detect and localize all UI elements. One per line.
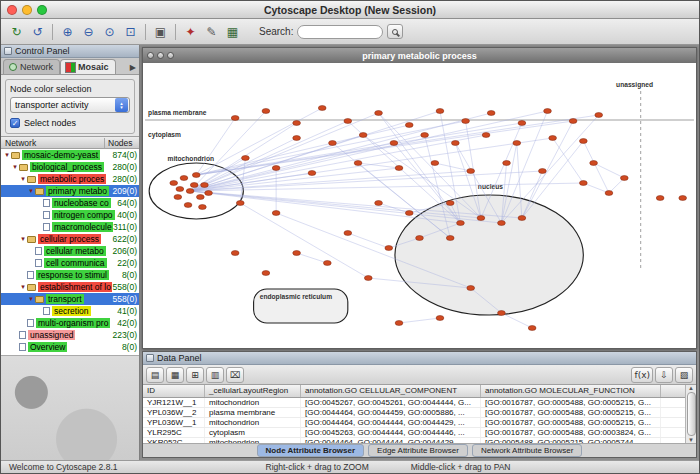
close-panel-button[interactable]: [4, 47, 12, 55]
network-node[interactable]: [272, 211, 280, 216]
vizmapper-icon[interactable]: ✦: [180, 22, 201, 41]
network-node[interactable]: [395, 166, 403, 171]
zoom-in-icon[interactable]: ⊕: [57, 22, 78, 41]
network-node[interactable]: [231, 116, 239, 121]
tree-row[interactable]: cell communica22(0): [1, 257, 139, 269]
network-node[interactable]: [184, 203, 192, 208]
network-node[interactable]: [528, 326, 536, 331]
clear-table-icon[interactable]: ⌧: [226, 367, 244, 383]
network-node[interactable]: [180, 176, 188, 181]
network-node[interactable]: [549, 136, 557, 141]
network-node[interactable]: [431, 161, 439, 166]
table-column-header[interactable]: annotation.GO CELLULAR_COMPONENT: [301, 385, 481, 397]
select-nodes-checkbox[interactable]: ✓: [10, 118, 20, 128]
network-node[interactable]: [199, 205, 207, 210]
refresh-view-icon[interactable]: ↺: [27, 22, 48, 41]
network-node[interactable]: [196, 195, 204, 200]
network-node[interactable]: [375, 201, 383, 206]
table-column-header[interactable]: ID: [143, 385, 205, 397]
network-node[interactable]: [375, 111, 383, 116]
network-node[interactable]: [190, 183, 198, 188]
open-attribute-file-icon[interactable]: ▨: [675, 367, 693, 383]
network-node[interactable]: [318, 106, 326, 111]
table-row[interactable]: YJR121W__1mitochondrion[GO:0045267, GO:0…: [143, 398, 696, 408]
network-node[interactable]: [176, 187, 184, 192]
network-node[interactable]: [446, 201, 454, 206]
tab-network[interactable]: Network: [3, 59, 60, 74]
search-button[interactable]: [387, 24, 403, 39]
new-column-icon[interactable]: ⊞: [186, 367, 204, 383]
close-data-panel-button[interactable]: [146, 354, 154, 362]
tree-row[interactable]: ▾biological_process280(0): [1, 161, 139, 173]
network-node[interactable]: [231, 251, 239, 256]
tab-mosaic[interactable]: Mosaic: [60, 59, 116, 74]
table-scrollbar[interactable]: ▲ ▼: [685, 385, 696, 443]
search-input[interactable]: [297, 25, 383, 39]
network-node[interactable]: [344, 119, 352, 124]
tab-edge-attribute-browser[interactable]: Edge Attribute Browser: [368, 444, 468, 457]
network-node[interactable]: [482, 133, 490, 138]
network-node[interactable]: [457, 221, 465, 226]
network-node[interactable]: [579, 181, 587, 186]
network-node[interactable]: [416, 236, 424, 241]
tree-row[interactable]: Overview8(0): [1, 341, 139, 353]
network-maximize-icon[interactable]: [167, 52, 174, 59]
delete-attribute-icon[interactable]: ▥: [206, 367, 224, 383]
network-node[interactable]: [487, 111, 495, 116]
network-node[interactable]: [242, 156, 250, 161]
network-node[interactable]: [620, 176, 628, 181]
tree-row[interactable]: nitrogen compo40(0): [1, 209, 139, 221]
network-node[interactable]: [405, 211, 413, 216]
network-node[interactable]: [513, 141, 521, 146]
network-node[interactable]: [192, 173, 200, 178]
tree-row[interactable]: response to stimul8(0): [1, 269, 139, 281]
network-node[interactable]: [293, 136, 301, 141]
network-canvas[interactable]: plasma membranecytoplasmmitochondrionnuc…: [143, 63, 696, 348]
network-node[interactable]: [467, 286, 475, 291]
table-column-header[interactable]: _cellularLayoutRegion: [205, 385, 301, 397]
tree-expander-icon[interactable]: ▾: [3, 151, 11, 159]
refresh-network-icon[interactable]: ↻: [6, 22, 27, 41]
tree-row[interactable]: ▾metabolic proces280(0): [1, 173, 139, 185]
import-attributes-icon[interactable]: ⇩: [655, 367, 673, 383]
network-node[interactable]: [656, 196, 664, 201]
tree-row[interactable]: ▾primary metabo209(0): [1, 185, 139, 197]
tree-expander-icon[interactable]: ▾: [27, 187, 35, 195]
network-node[interactable]: [679, 196, 687, 201]
network-node[interactable]: [308, 171, 316, 176]
tree-row[interactable]: ▾cellular process622(0): [1, 233, 139, 245]
table-row[interactable]: YPL036W__2plasma membrane[GO:0044464, GO…: [143, 408, 696, 418]
network-node[interactable]: [544, 109, 552, 114]
network-node[interactable]: [272, 166, 280, 171]
node-color-dropdown[interactable]: transporter activity ▴▾: [10, 97, 130, 113]
tree-row[interactable]: secretion41(0): [1, 305, 139, 317]
network-node[interactable]: [186, 189, 194, 194]
network-node[interactable]: [477, 216, 485, 221]
network-node[interactable]: [503, 161, 511, 166]
tree-row[interactable]: macromolecule311(0): [1, 221, 139, 233]
network-node[interactable]: [174, 195, 182, 200]
network-node[interactable]: [451, 141, 459, 146]
tab-network-attribute-browser[interactable]: Network Attribute Browser: [472, 444, 582, 457]
tree-expander-icon[interactable]: ▾: [11, 163, 19, 171]
network-node[interactable]: [385, 246, 393, 251]
tree-row[interactable]: ▾establishment of lo558(0): [1, 281, 139, 293]
tab-node-attribute-browser[interactable]: Node Attribute Browser: [257, 444, 365, 457]
network-node[interactable]: [236, 201, 244, 206]
table-column-header[interactable]: annotation.GO MOLECULAR_FUNCTION: [481, 385, 661, 397]
network-node[interactable]: [293, 251, 301, 256]
select-attributes-icon[interactable]: ▤: [146, 367, 164, 383]
network-node[interactable]: [467, 169, 475, 174]
network-node[interactable]: [579, 139, 587, 144]
network-close-icon[interactable]: [147, 52, 154, 59]
table-row[interactable]: YLR295Ccytoplasm[GO:0045263, GO:0044444,…: [143, 428, 696, 438]
network-node[interactable]: [436, 316, 444, 321]
tree-expander-icon[interactable]: ▾: [19, 283, 27, 291]
network-node[interactable]: [462, 119, 470, 124]
network-node[interactable]: [364, 276, 372, 281]
network-node[interactable]: [359, 133, 367, 138]
network-node[interactable]: [498, 221, 506, 226]
network-node[interactable]: [205, 191, 213, 196]
network-node[interactable]: [590, 161, 598, 166]
network-node[interactable]: [344, 231, 352, 236]
